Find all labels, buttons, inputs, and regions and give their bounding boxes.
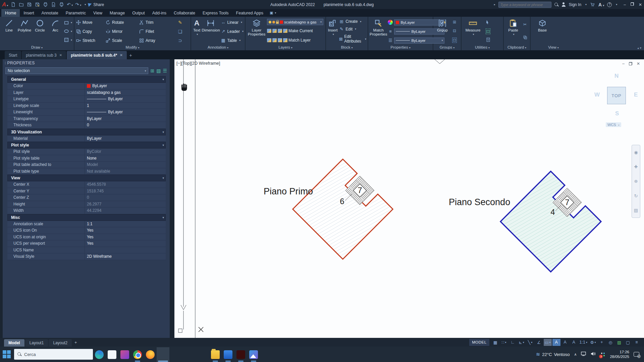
dimension-tool[interactable]: Dimension <box>202 18 220 45</box>
draw-tool-button[interactable]: Polyline <box>17 18 32 45</box>
property-row[interactable]: Plot table type Not available <box>7 168 166 175</box>
ribbon-tab[interactable]: Manage <box>106 9 128 17</box>
piano-secondo-plan[interactable]: 7 4 Piano Secondo <box>449 171 601 272</box>
sign-in-dropdown[interactable]: ▾ <box>585 3 587 6</box>
ribbon-collapse-icon[interactable]: ▴ ▾ <box>637 46 641 50</box>
layer-dropdown[interactable]: scaldabagno a gas ▾ <box>267 19 323 25</box>
group-edit-icon[interactable]: ⊟ <box>453 28 456 33</box>
doc-minimize-button[interactable]: – <box>622 61 625 66</box>
help-search-input[interactable] <box>498 2 551 8</box>
workspace-switching[interactable]: ⚙▾ <box>589 339 597 346</box>
property-row[interactable]: Color ByLayer <box>7 83 166 89</box>
quick-select-icon[interactable] <box>486 19 491 25</box>
close-tab-icon[interactable]: ✕ <box>120 53 122 57</box>
draw-tool-button[interactable]: Arc <box>48 18 63 45</box>
property-row[interactable]: UCS per viewport Yes <box>7 240 166 247</box>
share-button[interactable]: Share <box>88 2 104 7</box>
edit-block-tool[interactable]: ✎Edit▾ <box>339 26 366 32</box>
volume-icon[interactable] <box>591 352 596 357</box>
stretch-tool[interactable]: Stretch <box>76 38 105 43</box>
group-button[interactable]: Group <box>435 18 450 45</box>
save-button[interactable] <box>26 2 32 7</box>
crosshair-customization[interactable]: +▾ <box>598 339 606 346</box>
network-icon[interactable] <box>581 352 586 357</box>
insert-block-button[interactable]: Insert▾ <box>327 18 338 45</box>
block-panel-title[interactable]: Block▾ <box>326 45 368 50</box>
new-layout-button[interactable]: + <box>72 340 80 345</box>
drawing-canvas[interactable]: 7 6 Piano Primo <box>174 59 644 338</box>
weather-widget[interactable]: ≋ 22°C Ventoso <box>536 351 570 357</box>
section-header[interactable]: View▾ <box>7 175 166 181</box>
isodraft[interactable]: ∠▾ <box>535 339 543 346</box>
dynamic-input[interactable]: ▭▾ <box>544 339 552 346</box>
taskbar-search[interactable]: Cerca <box>14 349 93 360</box>
wcs-dropdown[interactable]: WCS ▾ <box>606 122 621 127</box>
search-icon[interactable] <box>554 3 558 7</box>
undo-button[interactable]: ↶▾ <box>67 2 73 7</box>
palette-grip[interactable]: ⁞⁞ <box>5 61 5 65</box>
ungroup-icon[interactable]: ⊞ <box>453 20 456 24</box>
app-store-cart-icon[interactable] <box>590 2 595 7</box>
layer-properties-button[interactable]: Layer Properties <box>247 18 266 45</box>
property-row[interactable]: UCS Name <box>7 247 166 254</box>
measure-button[interactable]: Measure▾ <box>463 18 483 45</box>
property-row[interactable]: UCS icon On Yes <box>7 227 166 234</box>
property-row[interactable]: Width 44.2294 <box>7 207 166 214</box>
property-row[interactable]: Plot style table None <box>7 155 166 162</box>
layout-tab[interactable]: Model <box>4 339 24 347</box>
property-row[interactable]: Material ByLayer <box>7 135 166 142</box>
toggle-pickadd-icon[interactable]: ⊞ <box>150 68 154 73</box>
model-space-button[interactable]: MODEL <box>469 339 489 346</box>
ribbon-tab[interactable]: View <box>90 9 106 17</box>
rotate-tool[interactable]: Rotate <box>105 20 139 25</box>
property-row[interactable]: Visual Style 2D Wireframe <box>7 253 166 260</box>
layers-panel-title[interactable]: Layers▾ <box>246 45 325 50</box>
close-button[interactable]: ✕ <box>639 2 642 7</box>
redo-button[interactable]: ↷▾ <box>75 2 81 7</box>
base-view-button[interactable]: Base <box>535 18 550 45</box>
property-row[interactable]: Linetype ByLayer <box>7 96 166 103</box>
property-row[interactable]: Center Y 1518.745 <box>7 188 166 195</box>
notification-center-icon[interactable]: 3 <box>634 352 639 357</box>
help-dropdown[interactable]: ▾ <box>616 3 617 6</box>
viewcube-north[interactable]: N <box>614 73 619 79</box>
array-tool[interactable]: Array <box>139 38 174 43</box>
utilities-panel-title[interactable]: Utilities▾ <box>462 45 503 50</box>
ortho-mode[interactable]: ∟▾ <box>509 339 517 346</box>
save-as-button[interactable] <box>35 2 40 7</box>
snap-mode[interactable]: ∷▾ <box>500 339 508 346</box>
doc-close-button[interactable]: ✕ <box>637 61 640 66</box>
viewcube-top-face[interactable]: TOP <box>607 87 626 104</box>
ribbon-tab[interactable]: Annotate <box>38 9 62 17</box>
ellipse-tool[interactable]: ▾ <box>64 28 72 34</box>
quick-calc-select-icon[interactable]: ⊡ <box>486 28 491 34</box>
scale-tool[interactable]: Scale <box>105 38 139 43</box>
open-file-button[interactable] <box>18 2 24 7</box>
help-icon[interactable]: ? <box>607 2 612 7</box>
selection-dropdown[interactable]: No selection▾ <box>5 67 148 74</box>
property-row[interactable]: UCS icon at origin Yes <box>7 234 166 241</box>
search-expand-icon[interactable]: ▸ <box>494 3 495 6</box>
taskbar-app[interactable] <box>209 347 222 362</box>
fillet-tool[interactable]: Fillet <box>139 29 174 34</box>
view-panel-title[interactable]: View▾ <box>531 45 576 50</box>
layout-tab[interactable]: Layout2 <box>49 339 72 347</box>
viewcube-east[interactable]: E <box>634 92 638 98</box>
pan-icon[interactable]: ✚ <box>634 164 638 169</box>
polar-tracking[interactable]: ⊾▾ <box>518 339 526 346</box>
match-properties-button[interactable]: Match Properties <box>370 18 387 45</box>
explode-icon[interactable]: ❏ <box>178 29 182 34</box>
taskbar-app[interactable] <box>118 347 131 362</box>
table-tool[interactable]: ▦Table▾ <box>221 38 244 43</box>
showmotion-icon[interactable]: ▤ <box>634 208 638 213</box>
join-icon[interactable]: ⊃ <box>178 38 182 43</box>
hatch-tool[interactable]: ▾ <box>64 37 72 43</box>
group-select-icon[interactable]: ⊡ <box>452 38 457 43</box>
new-drawing-tab-button[interactable]: + <box>127 52 134 59</box>
property-row[interactable]: Lineweight ByLayer <box>7 109 166 116</box>
doc-restore-button[interactable] <box>629 62 632 65</box>
print-button[interactable] <box>59 2 64 7</box>
full-navigation-wheel-icon[interactable]: ◉ <box>634 150 638 155</box>
section-header[interactable]: Misc▾ <box>7 214 166 221</box>
property-row[interactable]: Thickness 0 <box>7 122 166 129</box>
